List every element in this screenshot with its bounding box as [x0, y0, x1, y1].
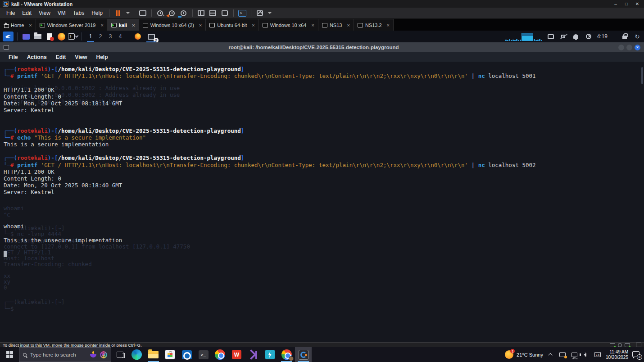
- tab-close-icon[interactable]: ×: [132, 23, 135, 28]
- vm-tab-home[interactable]: Home×: [0, 19, 36, 31]
- fit-dropdown[interactable]: [267, 9, 272, 17]
- cpu-graph-icon[interactable]: [505, 32, 542, 41]
- terminal-minimize-button[interactable]: [618, 45, 624, 50]
- take-snapshot-icon[interactable]: +: [155, 9, 165, 17]
- taskbar-app-store[interactable]: [162, 347, 178, 362]
- vmware-menu-item-file[interactable]: File: [3, 10, 18, 16]
- diya-doodle-icon[interactable]: [90, 354, 96, 357]
- panel-clock[interactable]: 4:19: [597, 33, 608, 40]
- vm-tab-windows-10-x64[interactable]: Windows 10 x64×: [259, 19, 318, 31]
- vm-tab-ubuntu-64-bit[interactable]: Ubuntu 64-bit×: [206, 19, 259, 31]
- tab-close-icon[interactable]: ×: [29, 23, 32, 28]
- taskbar-app-thunder[interactable]: [262, 347, 278, 362]
- taskbar-app-chrome-profile[interactable]: [278, 347, 295, 362]
- lock-screen-icon[interactable]: [621, 33, 629, 40]
- taskbar-app-wps[interactable]: W: [228, 347, 245, 362]
- workspace-2[interactable]: 2: [95, 31, 105, 42]
- revert-snapshot-icon[interactable]: [167, 9, 177, 17]
- show-desktop-icon[interactable]: [21, 32, 31, 41]
- terminal-body[interactable]: retrying local 0.0.0.0:5002 : Address al…: [0, 62, 644, 342]
- vm-tab-windows-10-x64-2-[interactable]: Windows 10 x64 (2)×: [139, 19, 206, 31]
- weather-widget[interactable]: 1 21°C Sunny: [505, 350, 543, 359]
- taskbar-app-chrome[interactable]: [212, 347, 228, 362]
- rangoli-doodle-icon[interactable]: [100, 351, 107, 358]
- workspace-4[interactable]: 4: [115, 31, 125, 42]
- network-adapter-icon[interactable]: [625, 343, 630, 347]
- taskbar-app-visual-studio[interactable]: [245, 347, 262, 362]
- show-library-icon[interactable]: [196, 9, 206, 17]
- firefox-tray-icon[interactable]: [133, 32, 143, 41]
- notification-center-icon[interactable]: 8: [632, 351, 641, 359]
- terminal-maximize-button[interactable]: [626, 45, 632, 50]
- vmware-menu-item-vm[interactable]: VM: [54, 10, 69, 16]
- firefox-icon[interactable]: [56, 32, 66, 41]
- screen-notification-icon[interactable]: [559, 352, 567, 358]
- close-button[interactable]: ✕: [632, 0, 642, 7]
- notifications-bell-icon[interactable]: [572, 33, 580, 40]
- manage-snapshots-icon[interactable]: [179, 9, 189, 17]
- taskbar-app-edge[interactable]: [128, 347, 145, 362]
- terminal-titlebar[interactable]: root@kali: /home/kali/Desktop/CVE-2025-5…: [0, 42, 644, 52]
- fit-guest-icon[interactable]: [255, 9, 265, 17]
- vmware-menu-item-edit[interactable]: Edit: [18, 10, 35, 16]
- show-thumbnail-bar-icon[interactable]: [208, 9, 218, 17]
- pause-button[interactable]: [113, 9, 123, 17]
- power-manager-icon[interactable]: [585, 33, 593, 40]
- terminal-text-segment: ]: [241, 66, 245, 72]
- kali-menu-button[interactable]: [3, 32, 14, 41]
- terminal-menu-item-help[interactable]: Help: [92, 54, 112, 60]
- speaker-icon[interactable]: [582, 352, 590, 358]
- display-settings-icon[interactable]: [547, 33, 555, 40]
- tab-close-icon[interactable]: ×: [387, 23, 390, 28]
- vmware-menu-item-help[interactable]: Help: [88, 10, 106, 16]
- tab-close-icon[interactable]: ×: [252, 23, 254, 28]
- fullscreen-icon[interactable]: [220, 9, 230, 17]
- start-button[interactable]: [0, 347, 19, 362]
- tray-clock[interactable]: 11:49 AM 10/20/2025: [606, 349, 628, 360]
- minimize-button[interactable]: –: [611, 0, 621, 7]
- terminal-menu-item-file[interactable]: File: [5, 54, 22, 60]
- vm-tab-ns13[interactable]: NS13×: [318, 19, 354, 31]
- workspace-1[interactable]: 1: [86, 31, 95, 42]
- terminal-text-segment: #: [10, 72, 17, 79]
- text-editor-icon[interactable]: [45, 32, 54, 41]
- terminal-close-button[interactable]: ×: [635, 45, 640, 50]
- taskbar-app-file-explorer[interactable]: [145, 347, 162, 362]
- pause-dropdown[interactable]: [125, 9, 130, 17]
- message-log-icon[interactable]: [636, 343, 641, 347]
- chevron-up-icon[interactable]: [547, 352, 555, 358]
- audio-muted-icon[interactable]: [559, 33, 567, 40]
- vmware-menu-item-view[interactable]: View: [35, 10, 54, 16]
- vm-tab-kali[interactable]: kali×: [108, 19, 139, 31]
- cd-rom-icon[interactable]: [618, 343, 622, 347]
- terminal-menu-item-view[interactable]: View: [71, 54, 91, 60]
- console-view-icon[interactable]: >_: [237, 9, 247, 17]
- tab-close-icon[interactable]: ×: [347, 23, 349, 28]
- vm-tab-ns13-2[interactable]: NS13.2×: [354, 19, 394, 31]
- screen-share-icon[interactable]: 2: [146, 32, 156, 41]
- tab-close-icon[interactable]: ×: [199, 23, 202, 28]
- terminal-text-segment: ┌──(: [4, 127, 17, 134]
- network-icon[interactable]: [571, 352, 578, 358]
- terminal-menu-item-actions[interactable]: Actions: [23, 54, 51, 60]
- taskbar-app-terminal[interactable]: >_: [195, 347, 212, 362]
- taskbar-app-vmware[interactable]: [295, 347, 312, 362]
- terminal-dropdown-icon[interactable]: [75, 34, 78, 38]
- hard-disk-icon[interactable]: [610, 343, 615, 347]
- terminal-launcher-icon[interactable]: ❯: [68, 32, 78, 41]
- terminal-menu-item-edit[interactable]: Edit: [52, 54, 70, 60]
- tab-close-icon[interactable]: ×: [311, 23, 314, 28]
- send-ctrl-alt-del-icon[interactable]: [138, 9, 148, 17]
- task-view-button[interactable]: [111, 347, 128, 362]
- terminal-scrollbar[interactable]: [641, 67, 643, 84]
- taskbar-search[interactable]: Type here to search: [19, 347, 111, 362]
- logout-icon[interactable]: ↻: [633, 33, 641, 40]
- tab-close-icon[interactable]: ×: [100, 23, 103, 28]
- taskbar-app-outlook[interactable]: [178, 347, 195, 362]
- input-indicator-icon[interactable]: Lā: [594, 352, 602, 358]
- vm-tab-windows-server-2019[interactable]: Windows Server 2019×: [36, 19, 108, 31]
- file-manager-icon[interactable]: [33, 32, 43, 41]
- workspace-3[interactable]: 3: [105, 31, 115, 42]
- vmware-menu-item-tabs[interactable]: Tabs: [69, 10, 88, 16]
- maximize-button[interactable]: □: [621, 0, 631, 7]
